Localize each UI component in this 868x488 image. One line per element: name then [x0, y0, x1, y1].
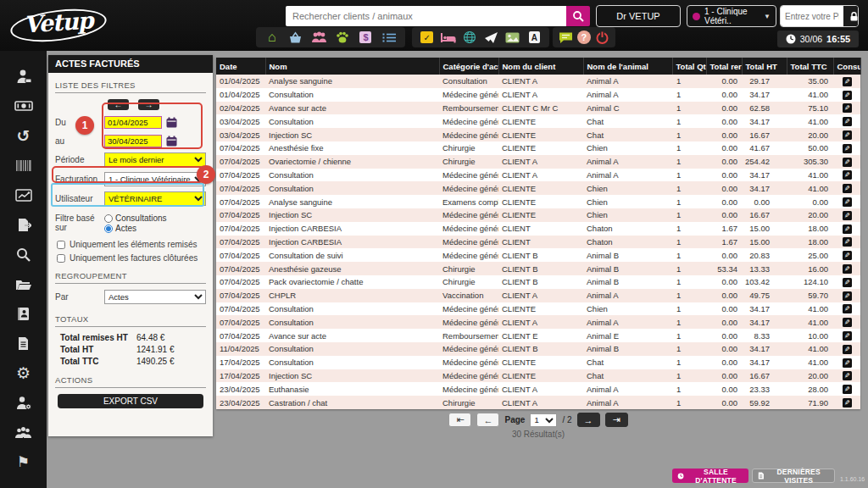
table-row[interactable]: 07/04/2025CHPLRVaccinationCLIENT AAnimal…: [216, 289, 860, 302]
col-nom[interactable]: Nom: [265, 58, 439, 75]
vetup-logo[interactable]: Vetup: [10, 5, 110, 44]
table-row[interactable]: 23/04/2025Castration / chatChirurgieCLIE…: [216, 396, 860, 409]
table-row[interactable]: 07/04/2025ConsultationMédecine généraleC…: [216, 315, 860, 329]
edit-consultation-icon[interactable]: ✎: [843, 197, 852, 207]
table-row[interactable]: 07/04/2025Injection SCMédecine généraleC…: [216, 208, 860, 222]
statistics-icon[interactable]: [14, 186, 34, 203]
col-total-ht[interactable]: Total HT: [742, 58, 787, 75]
previous-period-button[interactable]: ←: [108, 99, 129, 110]
animals-paw-icon[interactable]: [334, 29, 351, 46]
edit-consultation-icon[interactable]: ✎: [843, 211, 852, 220]
edit-consultation-icon[interactable]: ✎: [843, 77, 852, 86]
calendar-icon[interactable]: [166, 117, 177, 128]
edit-consultation-icon[interactable]: ✎: [843, 91, 852, 100]
table-row[interactable]: 07/04/2025ConsultationMédecine généraleC…: [216, 302, 860, 316]
edit-consultation-icon[interactable]: ✎: [843, 225, 852, 234]
edit-consultation-icon[interactable]: ✎: [843, 385, 852, 394]
flag-icon[interactable]: ⚑: [14, 453, 34, 470]
clients-icon[interactable]: [310, 29, 327, 46]
cash-register-icon[interactable]: $: [357, 29, 374, 46]
documents-a-icon[interactable]: A: [526, 29, 542, 46]
help-icon[interactable]: ?: [576, 29, 593, 46]
date-from-input[interactable]: [104, 116, 162, 129]
edit-consultation-icon[interactable]: ✎: [843, 345, 852, 354]
checkbox-remises-input[interactable]: [57, 241, 65, 249]
table-row[interactable]: 01/04/2025Analyse sanguineConsultationCL…: [216, 75, 860, 88]
table-row[interactable]: 02/04/2025Avance sur acteRemboursement A…: [216, 102, 860, 115]
col-total-rem[interactable]: Total rer: [706, 58, 742, 75]
table-row[interactable]: 07/04/2025Pack ovariectomie / chatteChir…: [216, 275, 860, 289]
clinic-selector[interactable]: 1 - Clinique Vétéri.. ▼: [687, 5, 776, 27]
address-book-icon[interactable]: [14, 305, 34, 322]
table-row[interactable]: 07/04/2025Consultation de suiviMédecine …: [216, 248, 860, 262]
chat-icon[interactable]: [558, 29, 575, 46]
shop-icon[interactable]: [287, 29, 303, 46]
hospitalisation-icon[interactable]: [440, 29, 457, 46]
pin-lock-button[interactable]: [843, 6, 859, 26]
home-icon[interactable]: ⌂: [264, 29, 281, 46]
table-row[interactable]: 17/04/2025ConsultationMédecine généraleC…: [216, 356, 860, 369]
client-card-icon[interactable]: [14, 68, 34, 85]
edit-consultation-icon[interactable]: ✎: [843, 398, 852, 408]
edit-consultation-icon[interactable]: ✎: [843, 318, 852, 327]
facturation-select[interactable]: 1 - Clinique Vétérinaire: [104, 172, 206, 186]
radio-actes[interactable]: Actes: [104, 224, 167, 233]
table-row[interactable]: 07/04/2025Avance sur acteRemboursement A…: [216, 329, 860, 342]
edit-consultation-icon[interactable]: ✎: [843, 144, 852, 153]
edit-consultation-icon[interactable]: ✎: [843, 278, 852, 287]
next-period-button[interactable]: →: [138, 99, 159, 110]
folders-icon[interactable]: [14, 275, 34, 292]
power-logout-icon[interactable]: [593, 29, 610, 46]
col-animal[interactable]: Nom de l'animal: [583, 58, 672, 75]
table-row[interactable]: 07/04/2025Injection CARBESIAMédecine gén…: [216, 222, 860, 236]
periode-select[interactable]: Le mois dernier: [104, 152, 206, 167]
radio-consultations[interactable]: Consultations: [104, 214, 167, 223]
lists-icon[interactable]: [381, 29, 398, 46]
first-page-button[interactable]: ⇤: [448, 413, 471, 427]
table-row[interactable]: 23/04/2025EuthanasieMédecine généraleCLI…: [216, 382, 860, 396]
table-row[interactable]: 03/04/2025Injection SCMédecine généraleC…: [216, 128, 860, 141]
edit-consultation-icon[interactable]: ✎: [843, 264, 852, 274]
edit-consultation-icon[interactable]: ✎: [843, 117, 852, 126]
col-client[interactable]: Nom du client: [498, 58, 583, 75]
agenda-icon[interactable]: ✓: [419, 29, 436, 46]
next-page-button[interactable]: →: [577, 413, 600, 427]
date-to-input[interactable]: [104, 135, 162, 147]
salle-attente-button[interactable]: SALLE D'ATTENTE: [672, 469, 748, 483]
checkbox-remises[interactable]: Uniquement les éléments remisés: [57, 240, 206, 249]
table-row[interactable]: 03/04/2025ConsultationMédecine généraleC…: [216, 114, 860, 128]
document-export-icon[interactable]: [14, 216, 34, 233]
col-total-qti[interactable]: Total Qti: [672, 58, 706, 75]
col-categorie[interactable]: Catégorie d'acte: [439, 58, 498, 75]
calendar-icon[interactable]: [166, 136, 177, 147]
edit-consultation-icon[interactable]: ✎: [843, 170, 852, 180]
dernieres-visites-button[interactable]: DERNIÈRES VISITES: [752, 469, 835, 483]
table-row[interactable]: 11/04/2025ConsultationMédecine généraleC…: [216, 342, 860, 356]
edit-consultation-icon[interactable]: ✎: [843, 291, 852, 301]
settings-gear-icon[interactable]: ⚙: [14, 364, 34, 381]
table-row[interactable]: 07/04/2025ConsultationMédecine généraleC…: [216, 169, 860, 182]
search-input[interactable]: [286, 6, 566, 26]
checkbox-cloturees-input[interactable]: [57, 254, 65, 263]
edit-consultation-icon[interactable]: ✎: [843, 158, 852, 167]
col-total-ttc[interactable]: Total TTC: [787, 58, 833, 75]
user-settings-icon[interactable]: [14, 394, 34, 411]
radio-actes-input[interactable]: [104, 225, 113, 233]
col-date[interactable]: Date: [216, 58, 265, 75]
cash-icon[interactable]: [14, 97, 34, 114]
document-icon[interactable]: [14, 335, 34, 352]
table-row[interactable]: 07/04/2025Ovariectomie / chienneChirurgi…: [216, 155, 860, 169]
utilisateur-select[interactable]: VÉTÉRINAIRE: [104, 191, 206, 206]
pin-input[interactable]: [781, 6, 843, 26]
par-select[interactable]: Actes: [104, 290, 206, 304]
table-row[interactable]: 07/04/2025Injection CARBESIAMédecine gén…: [216, 236, 860, 249]
edit-consultation-icon[interactable]: ✎: [843, 371, 852, 380]
last-page-button[interactable]: ⇥: [605, 413, 628, 427]
table-row[interactable]: 07/04/2025Anesthésie gazeuseChirurgieCLI…: [216, 262, 860, 275]
col-consult[interactable]: Consul: [833, 58, 860, 75]
edit-consultation-icon[interactable]: ✎: [843, 237, 852, 247]
history-icon[interactable]: ↺: [14, 127, 34, 144]
edit-consultation-icon[interactable]: ✎: [843, 103, 852, 113]
checkbox-cloturees[interactable]: Uniquement les factures clôturées: [57, 253, 206, 263]
user-groups-icon[interactable]: [14, 424, 34, 441]
